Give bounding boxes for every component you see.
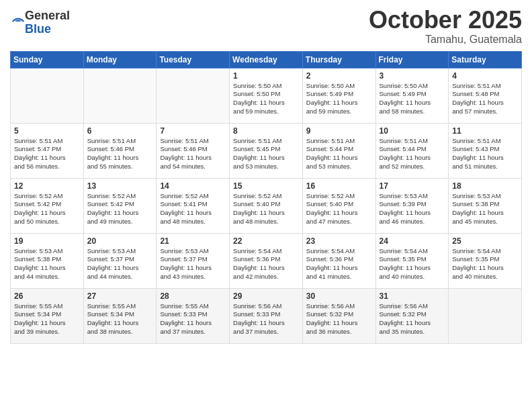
table-row (11, 68, 84, 123)
cell-info: Sunrise: 5:55 AM Sunset: 5:34 PM Dayligh… (87, 302, 153, 336)
day-number: 7 (160, 126, 226, 136)
cell-info: Sunrise: 5:52 AM Sunset: 5:42 PM Dayligh… (14, 192, 80, 226)
cell-info: Sunrise: 5:54 AM Sunset: 5:35 PM Dayligh… (452, 247, 518, 281)
cell-info: Sunrise: 5:50 AM Sunset: 5:49 PM Dayligh… (380, 82, 445, 116)
day-number: 30 (306, 291, 372, 301)
day-number: 3 (380, 71, 445, 81)
table-row: 14Sunrise: 5:52 AM Sunset: 5:41 PM Dayli… (157, 178, 230, 233)
day-number: 1 (233, 71, 299, 81)
day-number: 11 (452, 126, 518, 136)
day-number: 26 (14, 291, 80, 301)
day-number: 25 (452, 236, 518, 246)
table-row: 29Sunrise: 5:56 AM Sunset: 5:33 PM Dayli… (230, 288, 303, 343)
calendar-week-row: 19Sunrise: 5:53 AM Sunset: 5:38 PM Dayli… (11, 233, 522, 288)
day-number: 23 (306, 236, 372, 246)
cell-info: Sunrise: 5:54 AM Sunset: 5:36 PM Dayligh… (233, 247, 299, 281)
table-row: 24Sunrise: 5:54 AM Sunset: 5:35 PM Dayli… (375, 233, 449, 288)
cell-info: Sunrise: 5:50 AM Sunset: 5:50 PM Dayligh… (233, 82, 299, 116)
day-number: 18 (452, 181, 518, 191)
col-saturday: Saturday (449, 51, 522, 68)
day-number: 6 (87, 126, 153, 136)
col-thursday: Thursday (302, 51, 375, 68)
table-row: 3Sunrise: 5:50 AM Sunset: 5:49 PM Daylig… (375, 68, 449, 123)
table-row: 8Sunrise: 5:51 AM Sunset: 5:45 PM Daylig… (230, 123, 303, 178)
cell-info: Sunrise: 5:56 AM Sunset: 5:32 PM Dayligh… (380, 302, 445, 336)
title-block: October 2025 Tamahu, Guatemala (369, 7, 522, 46)
table-row: 5Sunrise: 5:51 AM Sunset: 5:47 PM Daylig… (11, 123, 84, 178)
calendar-page: General Blue October 2025 Tamahu, Guatem… (0, 0, 532, 411)
cell-info: Sunrise: 5:51 AM Sunset: 5:45 PM Dayligh… (233, 137, 299, 171)
day-number: 24 (380, 236, 445, 246)
day-number: 19 (14, 236, 80, 246)
cell-info: Sunrise: 5:51 AM Sunset: 5:44 PM Dayligh… (306, 137, 372, 171)
day-number: 2 (306, 71, 372, 81)
cell-info: Sunrise: 5:55 AM Sunset: 5:34 PM Dayligh… (14, 302, 80, 336)
table-row: 6Sunrise: 5:51 AM Sunset: 5:46 PM Daylig… (83, 123, 157, 178)
col-sunday: Sunday (11, 51, 84, 68)
day-number: 4 (452, 71, 518, 81)
table-row: 28Sunrise: 5:55 AM Sunset: 5:33 PM Dayli… (157, 288, 230, 343)
day-number: 5 (14, 126, 80, 136)
table-row: 4Sunrise: 5:51 AM Sunset: 5:48 PM Daylig… (449, 68, 522, 123)
table-row (449, 288, 522, 343)
cell-info: Sunrise: 5:53 AM Sunset: 5:39 PM Dayligh… (380, 192, 445, 226)
header: General Blue October 2025 Tamahu, Guatem… (10, 7, 522, 46)
col-monday: Monday (83, 51, 157, 68)
col-friday: Friday (375, 51, 449, 68)
table-row: 16Sunrise: 5:52 AM Sunset: 5:40 PM Dayli… (302, 178, 375, 233)
day-number: 9 (306, 126, 372, 136)
day-number: 14 (160, 181, 226, 191)
table-row: 20Sunrise: 5:53 AM Sunset: 5:37 PM Dayli… (83, 233, 157, 288)
logo-blue: Blue (25, 22, 51, 36)
day-number: 15 (233, 181, 299, 191)
table-row: 12Sunrise: 5:52 AM Sunset: 5:42 PM Dayli… (11, 178, 84, 233)
table-row: 13Sunrise: 5:52 AM Sunset: 5:42 PM Dayli… (83, 178, 157, 233)
cell-info: Sunrise: 5:54 AM Sunset: 5:36 PM Dayligh… (306, 247, 372, 281)
logo-general: General (25, 9, 70, 22)
cell-info: Sunrise: 5:52 AM Sunset: 5:40 PM Dayligh… (233, 192, 299, 226)
table-row (157, 68, 230, 123)
day-number: 8 (233, 126, 299, 136)
cell-info: Sunrise: 5:56 AM Sunset: 5:32 PM Dayligh… (306, 302, 372, 336)
day-number: 31 (380, 291, 445, 301)
col-wednesday: Wednesday (230, 51, 303, 68)
day-number: 21 (160, 236, 226, 246)
table-row: 2Sunrise: 5:50 AM Sunset: 5:49 PM Daylig… (302, 68, 375, 123)
logo-text: General Blue (25, 9, 70, 36)
day-number: 12 (14, 181, 80, 191)
logo-icon (11, 15, 25, 28)
cell-info: Sunrise: 5:51 AM Sunset: 5:46 PM Dayligh… (160, 137, 226, 171)
col-tuesday: Tuesday (157, 51, 230, 68)
cell-info: Sunrise: 5:51 AM Sunset: 5:46 PM Dayligh… (87, 137, 153, 171)
calendar-week-row: 5Sunrise: 5:51 AM Sunset: 5:47 PM Daylig… (11, 123, 522, 178)
day-number: 10 (380, 126, 445, 136)
cell-info: Sunrise: 5:56 AM Sunset: 5:33 PM Dayligh… (233, 302, 299, 336)
table-row: 15Sunrise: 5:52 AM Sunset: 5:40 PM Dayli… (230, 178, 303, 233)
cell-info: Sunrise: 5:53 AM Sunset: 5:38 PM Dayligh… (14, 247, 80, 281)
day-number: 22 (233, 236, 299, 246)
cell-info: Sunrise: 5:51 AM Sunset: 5:48 PM Dayligh… (452, 82, 518, 116)
table-row: 26Sunrise: 5:55 AM Sunset: 5:34 PM Dayli… (11, 288, 84, 343)
cell-info: Sunrise: 5:51 AM Sunset: 5:47 PM Dayligh… (14, 137, 80, 171)
day-number: 27 (87, 291, 153, 301)
calendar-body: 1Sunrise: 5:50 AM Sunset: 5:50 PM Daylig… (11, 68, 522, 343)
cell-info: Sunrise: 5:52 AM Sunset: 5:41 PM Dayligh… (160, 192, 226, 226)
table-row (83, 68, 157, 123)
table-row: 10Sunrise: 5:51 AM Sunset: 5:44 PM Dayli… (375, 123, 449, 178)
calendar-week-row: 26Sunrise: 5:55 AM Sunset: 5:34 PM Dayli… (11, 288, 522, 343)
table-row: 22Sunrise: 5:54 AM Sunset: 5:36 PM Dayli… (230, 233, 303, 288)
calendar-week-row: 12Sunrise: 5:52 AM Sunset: 5:42 PM Dayli… (11, 178, 522, 233)
table-row: 21Sunrise: 5:53 AM Sunset: 5:37 PM Dayli… (157, 233, 230, 288)
table-row: 17Sunrise: 5:53 AM Sunset: 5:39 PM Dayli… (375, 178, 449, 233)
table-row: 1Sunrise: 5:50 AM Sunset: 5:50 PM Daylig… (230, 68, 303, 123)
calendar-table: Sunday Monday Tuesday Wednesday Thursday… (10, 51, 522, 344)
day-number: 29 (233, 291, 299, 301)
cell-info: Sunrise: 5:50 AM Sunset: 5:49 PM Dayligh… (306, 82, 372, 116)
cell-info: Sunrise: 5:51 AM Sunset: 5:43 PM Dayligh… (452, 137, 518, 171)
month-title: October 2025 (369, 7, 522, 34)
cell-info: Sunrise: 5:52 AM Sunset: 5:40 PM Dayligh… (306, 192, 372, 226)
table-row: 23Sunrise: 5:54 AM Sunset: 5:36 PM Dayli… (302, 233, 375, 288)
cell-info: Sunrise: 5:53 AM Sunset: 5:37 PM Dayligh… (160, 247, 226, 281)
day-number: 20 (87, 236, 153, 246)
weekday-header-row: Sunday Monday Tuesday Wednesday Thursday… (11, 51, 522, 68)
